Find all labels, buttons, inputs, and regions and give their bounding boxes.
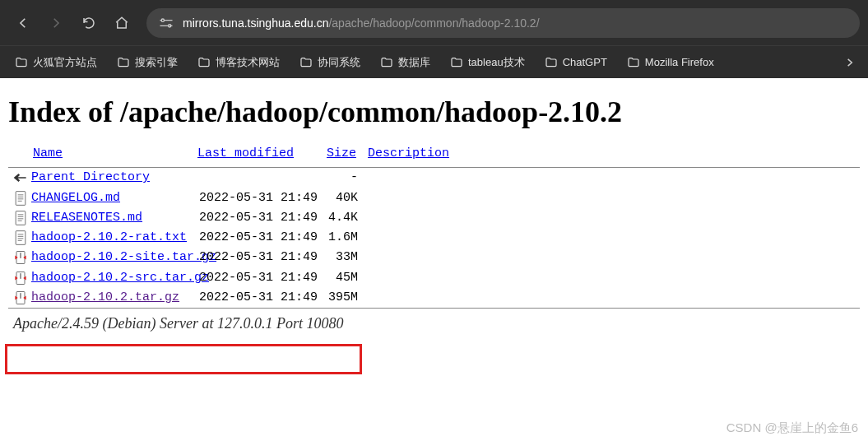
directory-listing: Name Last modified Size Description Pare… bbox=[8, 144, 860, 309]
bookmark-label: ChatGPT bbox=[563, 56, 607, 68]
bookmark-item[interactable]: 搜索引擎 bbox=[109, 50, 186, 75]
text-file-icon bbox=[10, 210, 31, 226]
svg-rect-22 bbox=[20, 293, 21, 299]
site-settings-icon[interactable] bbox=[158, 15, 174, 31]
archive-icon bbox=[10, 270, 31, 286]
address-bar[interactable]: mirrors.tuna.tsinghua.edu.cn/apache/hado… bbox=[146, 8, 860, 38]
bookmark-item[interactable]: tableau技术 bbox=[442, 50, 533, 75]
parent-directory-row: Parent Directory - bbox=[8, 168, 860, 188]
svg-rect-7 bbox=[16, 211, 26, 225]
server-signature: Apache/2.4.59 (Debian) Server at 127.0.0… bbox=[8, 309, 860, 339]
file-link[interactable]: hadoop-2.10.2-src.tar.gz bbox=[31, 271, 209, 285]
back-arrow-icon bbox=[10, 169, 31, 186]
bookmark-label: Mozilla Firefox bbox=[645, 56, 714, 68]
file-date: 2022-05-31 21:49 bbox=[199, 270, 327, 286]
svg-rect-18 bbox=[20, 253, 21, 259]
archive-icon bbox=[10, 249, 31, 266]
folder-icon bbox=[450, 56, 463, 69]
browser-toolbar: mirrors.tuna.tsinghua.edu.cn/apache/hado… bbox=[0, 0, 868, 45]
watermark: CSDN @悬崖上的金鱼6 bbox=[726, 420, 858, 436]
bookmark-label: tableau技术 bbox=[468, 55, 525, 70]
bookmark-label: 博客技术网站 bbox=[216, 55, 280, 70]
listing-header: Name Last modified Size Description bbox=[8, 144, 860, 167]
svg-rect-2 bbox=[16, 191, 26, 205]
page-content: Index of /apache/hadoop/common/hadoop-2.… bbox=[0, 78, 868, 347]
file-size: 1.6M bbox=[327, 230, 358, 246]
svg-rect-12 bbox=[16, 231, 26, 245]
highlight-annotation bbox=[5, 344, 362, 374]
file-row: RELEASENOTES.md2022-05-31 21:494.4K bbox=[8, 208, 860, 228]
file-link[interactable]: RELEASENOTES.md bbox=[31, 211, 142, 225]
text-file-icon bbox=[10, 190, 31, 207]
file-row: CHANGELOG.md2022-05-31 21:4940K bbox=[8, 188, 860, 208]
file-date: 2022-05-31 21:49 bbox=[199, 190, 327, 207]
file-link[interactable]: hadoop-2.10.2-rat.txt bbox=[31, 230, 187, 244]
home-button[interactable] bbox=[107, 8, 137, 38]
file-date: 2022-05-31 21:49 bbox=[199, 230, 327, 246]
bookmark-item[interactable]: 协同系统 bbox=[291, 50, 369, 75]
parent-directory-link[interactable]: Parent Directory bbox=[31, 170, 150, 184]
file-link[interactable]: hadoop-2.10.2-site.tar.gz bbox=[31, 250, 216, 264]
folder-icon bbox=[545, 56, 558, 69]
bookmark-item[interactable]: Mozilla Firefox bbox=[619, 50, 722, 75]
back-button[interactable] bbox=[8, 8, 38, 38]
file-size: 40K bbox=[327, 190, 358, 207]
text-file-icon bbox=[10, 230, 31, 246]
svg-rect-20 bbox=[20, 273, 21, 279]
file-row: hadoop-2.10.2-rat.txt2022-05-31 21:491.6… bbox=[8, 228, 860, 248]
bookmark-label: 数据库 bbox=[398, 55, 430, 70]
forward-button[interactable] bbox=[41, 8, 71, 38]
reload-button[interactable] bbox=[74, 8, 104, 38]
bookmark-label: 协同系统 bbox=[318, 55, 360, 70]
sort-name-link[interactable]: Name bbox=[33, 146, 63, 160]
sort-modified-link[interactable]: Last modified bbox=[197, 146, 294, 160]
file-size: 4.4K bbox=[327, 210, 358, 226]
bookmark-label: 搜索引擎 bbox=[135, 55, 178, 70]
bookmarks-overflow-button[interactable] bbox=[838, 57, 861, 68]
file-size: 395M bbox=[327, 290, 358, 306]
sort-size-link[interactable]: Size bbox=[327, 146, 356, 160]
file-size: 33M bbox=[327, 249, 358, 266]
folder-icon bbox=[627, 56, 640, 69]
folder-icon bbox=[380, 56, 393, 69]
folder-icon bbox=[117, 56, 130, 69]
file-link[interactable]: CHANGELOG.md bbox=[31, 191, 120, 205]
bookmark-item[interactable]: 博客技术网站 bbox=[189, 50, 288, 75]
file-link[interactable]: hadoop-2.10.2.tar.gz bbox=[31, 290, 179, 304]
bookmarks-bar: 火狐官方站点搜索引擎博客技术网站协同系统数据库tableau技术ChatGPTM… bbox=[0, 45, 868, 78]
bookmark-item[interactable]: ChatGPT bbox=[536, 50, 615, 75]
folder-icon bbox=[299, 56, 313, 69]
file-row: hadoop-2.10.2-src.tar.gz2022-05-31 21:49… bbox=[8, 268, 860, 288]
page-title: Index of /apache/hadoop/common/hadoop-2.… bbox=[8, 95, 860, 129]
folder-icon bbox=[197, 56, 211, 69]
file-date: 2022-05-31 21:49 bbox=[199, 249, 327, 266]
url-text: mirrors.tuna.tsinghua.edu.cn/apache/hado… bbox=[183, 16, 540, 30]
bookmark-item[interactable]: 数据库 bbox=[372, 50, 439, 75]
parent-size: - bbox=[327, 169, 358, 186]
svg-point-1 bbox=[169, 24, 171, 26]
bookmark-item[interactable]: 火狐官方站点 bbox=[7, 50, 105, 75]
folder-icon bbox=[15, 56, 28, 69]
file-row: hadoop-2.10.2.tar.gz2022-05-31 21:49395M bbox=[8, 288, 860, 308]
file-date: 2022-05-31 21:49 bbox=[199, 210, 327, 226]
svg-point-0 bbox=[161, 19, 164, 21]
archive-icon bbox=[10, 290, 31, 306]
bookmark-label: 火狐官方站点 bbox=[33, 55, 97, 70]
file-date: 2022-05-31 21:49 bbox=[199, 290, 327, 306]
sort-desc-link[interactable]: Description bbox=[368, 146, 449, 160]
file-size: 45M bbox=[327, 270, 358, 286]
file-row: hadoop-2.10.2-site.tar.gz2022-05-31 21:4… bbox=[8, 248, 860, 267]
